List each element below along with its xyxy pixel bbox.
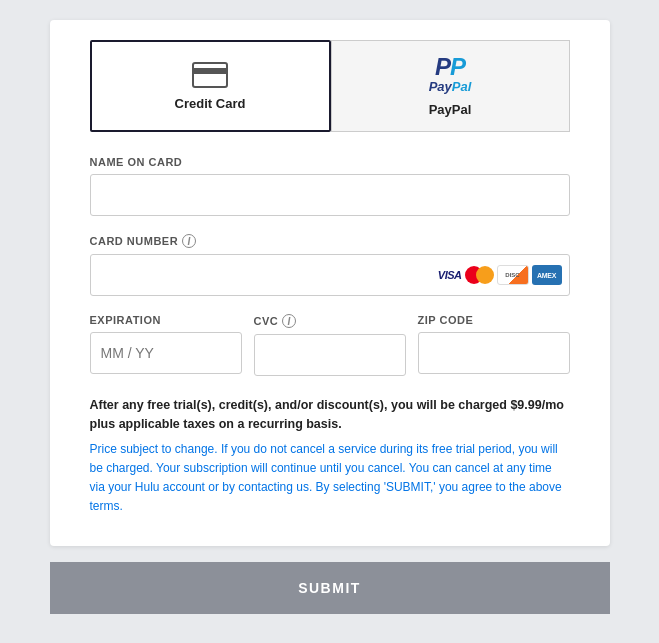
fine-print-bold: After any free trial(s), credit(s), and/… xyxy=(90,396,570,434)
submit-button-container: SUBMIT xyxy=(50,562,610,614)
cvc-field: CVC i xyxy=(254,314,406,376)
visa-icon: VISA xyxy=(438,269,462,281)
expiration-field: EXPIRATION xyxy=(90,314,242,376)
fine-print-regular: Price subject to change. If you do not c… xyxy=(90,440,570,517)
payment-tabs: Credit Card PP PayPal PayPal xyxy=(90,40,570,132)
submit-button[interactable]: SUBMIT xyxy=(50,562,610,614)
card-number-label: CARD NUMBER i xyxy=(90,234,570,248)
card-number-wrapper: VISA DISC AMEX xyxy=(90,254,570,296)
zip-code-field: ZIP CODE xyxy=(418,314,570,376)
zip-code-input[interactable] xyxy=(418,332,570,374)
mastercard-icon xyxy=(465,266,494,284)
expiration-label: EXPIRATION xyxy=(90,314,242,326)
tab-credit-card-label: Credit Card xyxy=(175,96,246,111)
cvc-input[interactable] xyxy=(254,334,406,376)
paypal-icon: PP PayPal xyxy=(429,55,472,94)
zip-code-label: ZIP CODE xyxy=(418,314,570,326)
fine-print: After any free trial(s), credit(s), and/… xyxy=(90,396,570,516)
cvc-info-icon[interactable]: i xyxy=(282,314,296,328)
card-number-info-icon[interactable]: i xyxy=(182,234,196,248)
credit-card-icon xyxy=(192,62,228,88)
name-on-card-input[interactable] xyxy=(90,174,570,216)
card-brand-icons: VISA DISC AMEX xyxy=(438,265,562,285)
name-on-card-label: NAME ON CARD xyxy=(90,156,570,168)
card-details-row: EXPIRATION CVC i ZIP CODE xyxy=(90,314,570,376)
tab-paypal-label: PayPal xyxy=(429,102,472,117)
discover-icon: DISC xyxy=(497,265,529,285)
card-number-field: CARD NUMBER i VISA DISC AMEX xyxy=(90,234,570,296)
name-on-card-field: NAME ON CARD xyxy=(90,156,570,216)
expiration-input[interactable] xyxy=(90,332,242,374)
tab-paypal[interactable]: PP PayPal PayPal xyxy=(331,40,570,132)
tab-credit-card[interactable]: Credit Card xyxy=(90,40,331,132)
payment-form-container: Credit Card PP PayPal PayPal NAME ON CAR… xyxy=(50,20,610,546)
cvc-label: CVC i xyxy=(254,314,406,328)
amex-icon: AMEX xyxy=(532,265,562,285)
